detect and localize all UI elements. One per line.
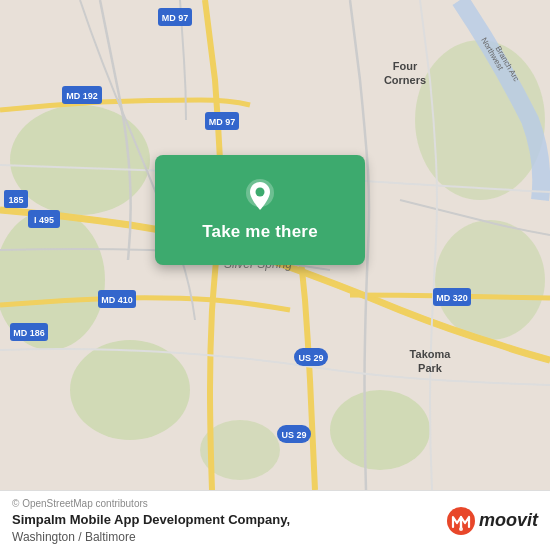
moovit-icon [447,507,475,535]
svg-text:MD 320: MD 320 [436,293,468,303]
copyright-text: © OpenStreetMap contributors [12,498,290,509]
action-card[interactable]: Take me there [155,155,365,265]
company-name: Simpalm Mobile App Development Company, [12,512,290,527]
location-text: Washington / Baltimore [12,530,290,544]
svg-point-6 [330,390,430,470]
svg-text:MD 186: MD 186 [13,328,45,338]
bottom-info: © OpenStreetMap contributors Simpalm Mob… [12,498,290,544]
svg-text:US 29: US 29 [281,430,306,440]
bottom-bar: © OpenStreetMap contributors Simpalm Mob… [0,490,550,550]
svg-text:I 495: I 495 [34,215,54,225]
svg-point-36 [256,188,265,197]
svg-text:Park: Park [418,362,443,374]
take-me-there-button-label: Take me there [202,222,318,242]
svg-point-3 [70,340,190,440]
moovit-brand-text: moovit [479,510,538,531]
moovit-logo: moovit [447,507,538,535]
svg-text:MD 410: MD 410 [101,295,133,305]
svg-point-38 [459,527,463,531]
svg-text:Four: Four [393,60,418,72]
svg-point-5 [435,220,545,340]
svg-text:MD 97: MD 97 [162,13,189,23]
map-container: MD 97 MD 192 MD 97 185 I 495 MD 410 MD 1… [0,0,550,490]
location-pin-icon [242,178,278,214]
svg-text:US 29: US 29 [298,353,323,363]
svg-text:Takoma: Takoma [410,348,452,360]
svg-text:Corners: Corners [384,74,426,86]
svg-text:MD 97: MD 97 [209,117,236,127]
svg-text:MD 192: MD 192 [66,91,98,101]
svg-text:185: 185 [8,195,23,205]
